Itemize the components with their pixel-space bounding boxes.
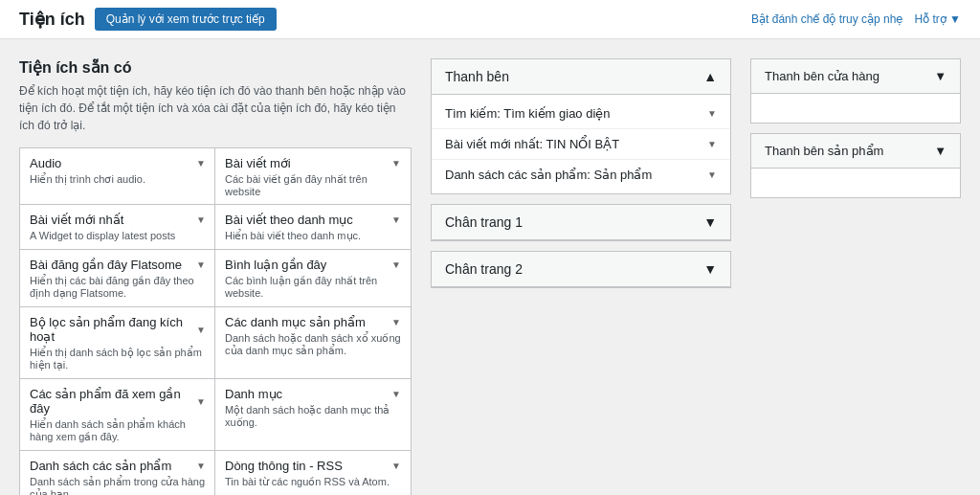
widget-chevron: ▼ xyxy=(391,389,401,399)
footer1-zone-title: Chân trang 1 xyxy=(445,214,523,230)
widget-desc: Các bài viết gần đây nhất trên website xyxy=(225,173,401,197)
widget-desc: Các bình luận gần đây nhất trên website. xyxy=(225,275,401,299)
sidebar-zone: Thanh bên ▲ Tìm kiếm: Tìm kiếm giao diện… xyxy=(431,58,731,194)
widget-name: Danh mục xyxy=(225,387,282,401)
widget-desc: Hiển thị trình chơi audio. xyxy=(30,173,206,186)
widget-desc: Hiển bài viết theo danh mục. xyxy=(225,230,401,242)
available-widgets-desc: Để kích hoạt một tiện ích, hãy kéo tiện … xyxy=(19,82,412,134)
sidebar-zone-title: Thanh bên xyxy=(445,69,509,84)
widgets-grid: Audio ▼ Hiển thị trình chơi audio. Bài v… xyxy=(19,147,412,495)
widget-name: Bình luận gần đây xyxy=(225,258,326,272)
footer1-zone-header[interactable]: Chân trang 1 ▼ xyxy=(432,205,730,240)
widget-desc: Danh sách hoặc danh sách xổ xuống của da… xyxy=(225,332,401,357)
right-area: Thanh bên ▲ Tìm kiếm: Tìm kiếm giao diện… xyxy=(431,58,961,298)
widget-name: Các danh mục sản phẩm xyxy=(225,315,366,329)
widget-item[interactable]: Danh sách các sản phẩm ▼ Danh sách sản p… xyxy=(19,450,216,495)
extra-zone-title: Thanh bên sản phẩm xyxy=(765,144,883,158)
zone-widget-item[interactable]: Tìm kiếm: Tìm kiếm giao diện ▼ xyxy=(432,99,730,129)
zone-widget-item[interactable]: Danh sách các sản phẩm: Sản phẩm ▼ xyxy=(432,160,730,190)
widget-chevron: ▼ xyxy=(391,461,401,471)
extra-zone-body xyxy=(751,169,960,197)
help-link[interactable]: Hỗ trợ ▼ xyxy=(914,12,961,26)
widget-name: Bài viết theo danh mục xyxy=(225,213,353,227)
zone-widget-name: Tìm kiếm: Tìm kiếm giao diện xyxy=(445,106,611,121)
page-title: Tiện ích xyxy=(19,9,85,30)
widget-item[interactable]: Audio ▼ Hiển thị trình chơi audio. xyxy=(19,147,216,206)
footer2-zone-header[interactable]: Chân trang 2 ▼ xyxy=(432,252,730,287)
widget-desc: Một danh sách hoặc danh mục thả xuống. xyxy=(225,404,401,429)
zone-widget-chevron: ▼ xyxy=(707,108,717,119)
widget-chevron: ▼ xyxy=(391,317,401,327)
access-link[interactable]: Bật đánh chế độ truy cập nhẹ xyxy=(751,12,902,26)
top-bar-left: Tiện ích Quản lý với xem trước trực tiếp xyxy=(19,8,277,31)
available-widgets-title: Tiện ích sẵn có xyxy=(19,58,412,77)
widget-chevron: ▼ xyxy=(196,461,206,471)
zone-widget-item[interactable]: Bài viết mới nhất: TIN NỔI BẬT ▼ xyxy=(432,129,730,160)
zone-widget-chevron: ▼ xyxy=(707,169,717,180)
left-panel: Tiện ích sẵn có Để kích hoạt một tiện íc… xyxy=(19,58,412,495)
extra-zone-header[interactable]: Thanh bên sản phẩm ▼ xyxy=(751,134,960,169)
widget-item[interactable]: Danh mục ▼ Một danh sách hoặc danh mục t… xyxy=(214,378,412,452)
widget-desc: Hiển thị các bài đăng gần đây theo định … xyxy=(30,275,206,300)
widget-name: Dòng thông tin - RSS xyxy=(225,459,343,473)
top-bar-right: Bật đánh chế độ truy cập nhẹ Hỗ trợ ▼ xyxy=(751,12,961,26)
extra-zone-title: Thanh bên cửa hàng xyxy=(765,69,880,83)
widget-item[interactable]: Bài viết mới nhất ▼ A Widget to display … xyxy=(19,204,216,251)
extra-zone-chevron: ▼ xyxy=(934,144,947,158)
zone-widget-name: Bài viết mới nhất: TIN NỔI BẬT xyxy=(445,137,619,151)
sidebar-zone-items: Tìm kiếm: Tìm kiếm giao diện ▼ Bài viết … xyxy=(432,95,730,193)
zone-widget-chevron: ▼ xyxy=(707,139,717,149)
footer2-zone: Chân trang 2 ▼ xyxy=(431,251,731,288)
widget-item[interactable]: Các danh mục sản phẩm ▼ Danh sách hoặc d… xyxy=(214,306,412,380)
footer2-chevron: ▼ xyxy=(703,261,717,277)
widget-chevron: ▼ xyxy=(196,325,206,335)
widget-desc: Hiển thị danh sách bộ lọc sản phẩm hiện … xyxy=(30,347,206,371)
footer1-zone: Chân trang 1 ▼ xyxy=(431,204,731,241)
widget-name: Bài đăng gần đây Flatsome xyxy=(30,258,182,272)
widget-name: Các sản phẩm đã xem gần đây xyxy=(30,387,196,416)
widget-desc: A Widget to display latest posts xyxy=(30,230,206,241)
widget-desc: Tin bài từ các nguồn RSS và Atom. xyxy=(225,476,401,488)
extra-zone-header[interactable]: Thanh bên cửa hàng ▼ xyxy=(751,59,960,94)
footer1-chevron: ▼ xyxy=(703,214,717,230)
widget-item[interactable]: Bài đăng gần đây Flatsome ▼ Hiển thị các… xyxy=(19,249,216,308)
widget-item[interactable]: Các sản phẩm đã xem gần đây ▼ Hiển danh … xyxy=(19,378,216,452)
widget-name: Audio xyxy=(30,156,61,170)
extra-zone-chevron: ▼ xyxy=(934,69,947,83)
widget-desc: Danh sách sản phẩm trong cửa hàng của bạ… xyxy=(30,476,206,495)
zone-widget-name: Danh sách các sản phẩm: Sản phẩm xyxy=(445,168,652,182)
widget-name: Bộ lọc sản phẩm đang kích hoạt xyxy=(30,315,196,344)
widget-item[interactable]: Bài viết mới ▼ Các bài viết gần đây nhất… xyxy=(214,147,412,206)
widget-chevron: ▼ xyxy=(196,396,206,407)
widget-item[interactable]: Bài viết theo danh mục ▼ Hiển bài viết t… xyxy=(214,204,412,251)
sidebar-zones: Thanh bên ▲ Tìm kiếm: Tìm kiếm giao diện… xyxy=(431,58,731,298)
preview-button[interactable]: Quản lý với xem trước trực tiếp xyxy=(95,8,277,31)
extra-zone: Thanh bên sản phẩm ▼ xyxy=(750,133,961,198)
widget-item[interactable]: Bình luận gần đây ▼ Các bình luận gần đâ… xyxy=(214,249,412,308)
widget-name: Bài viết mới xyxy=(225,156,291,170)
extra-zone: Thanh bên cửa hàng ▼ xyxy=(750,58,961,124)
widget-chevron: ▼ xyxy=(391,259,401,270)
main-content: Tiện ích sẵn có Để kích hoạt một tiện íc… xyxy=(0,39,980,495)
sidebar-zone-header[interactable]: Thanh bên ▲ xyxy=(432,59,730,95)
widget-chevron: ▼ xyxy=(196,214,206,225)
widget-item[interactable]: Dòng thông tin - RSS ▼ Tin bài từ các ng… xyxy=(214,450,412,495)
footer2-zone-title: Chân trang 2 xyxy=(445,261,523,277)
widget-chevron: ▼ xyxy=(196,259,206,270)
sidebar-zone-chevron: ▲ xyxy=(703,69,717,84)
widget-name: Danh sách các sản phẩm xyxy=(30,459,171,473)
widget-item[interactable]: Bộ lọc sản phẩm đang kích hoạt ▼ Hiển th… xyxy=(19,306,216,380)
extra-zone-body xyxy=(751,94,960,123)
widget-desc: Hiển danh sách sản phẩm khách hàng xem g… xyxy=(30,418,206,443)
widget-name: Bài viết mới nhất xyxy=(30,213,123,227)
top-bar: Tiện ích Quản lý với xem trước trực tiếp… xyxy=(0,0,980,39)
widget-chevron: ▼ xyxy=(391,158,401,169)
widget-chevron: ▼ xyxy=(391,214,401,225)
widget-chevron: ▼ xyxy=(196,158,206,169)
sidebar-extra: Thanh bên cửa hàng ▼ Thanh bên sản phẩm … xyxy=(750,58,961,208)
